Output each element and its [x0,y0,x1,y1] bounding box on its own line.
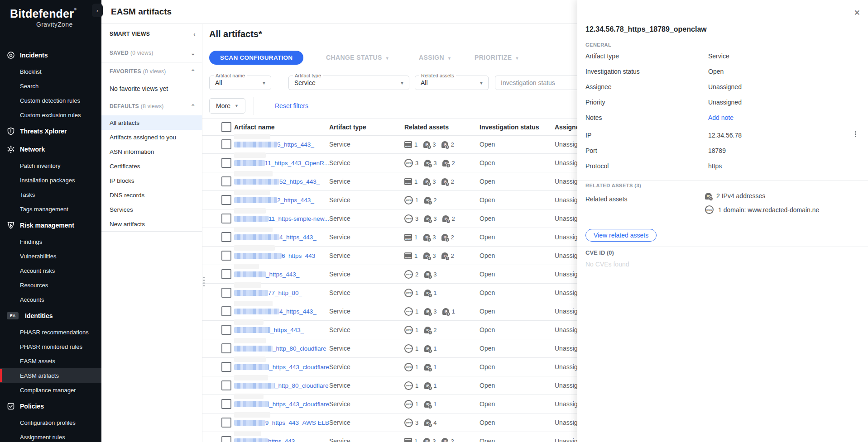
assign-button[interactable]: ASSIGN▼ [419,54,451,61]
row-checkbox[interactable] [221,436,231,442]
sidebar-item-threats-xplorer[interactable]: Threats Xplorer [0,122,101,140]
artifact-name-link[interactable]: 4_https_443_ [279,234,317,241]
change-status-button[interactable]: CHANGE STATUS▼ [326,54,389,61]
prioritize-button[interactable]: PRIORITIZE▼ [475,54,519,61]
row-checkbox[interactable] [221,343,231,353]
sidebar-item-custom-detection-rules[interactable]: Custom detection rules [0,93,101,108]
related-assets-cell: www1IP41 [404,381,480,390]
sidebar-item-configuration-profiles[interactable]: Configuration profiles [0,415,101,430]
favorites-group-header[interactable]: FAVORITES (0 views) ⌃ [101,62,202,81]
sidebar-item-phasr-recommendations[interactable]: PHASR recommendations [0,325,101,339]
artifact-name-link[interactable]: _http_80_cloudflare [273,345,326,352]
sidebar-item-resources[interactable]: Resources [0,278,101,292]
saved-group-header[interactable]: SAVED (0 views) ⌄ [101,44,202,62]
sidebar-item-tasks[interactable]: Tasks [0,187,101,202]
row-checkbox[interactable] [221,158,231,168]
smart-view-certificates[interactable]: Certificates [101,159,202,173]
sidebar-item-compliance-manager[interactable]: Compliance manager [0,383,101,397]
sidebar-item-blocklist[interactable]: Blocklist [0,64,101,79]
sidebar-item-patch-inventory[interactable]: Patch inventory [0,158,101,173]
defaults-group-header[interactable]: DEFAULTS (8 views) ⌃ [101,97,202,115]
artifact-name-link[interactable]: _http_80_cloudflare [275,382,329,389]
col-artifact-type[interactable]: Artifact type [329,124,404,131]
row-checkbox[interactable] [221,195,231,205]
row-checkbox[interactable] [221,214,231,223]
row-checkbox[interactable] [221,418,231,428]
sidebar-item-search[interactable]: Search [0,79,101,93]
sidebar-item-risk-management[interactable]: Risk management [0,216,101,234]
filter-related-assets[interactable]: Related assets All ▼ [415,76,489,90]
smart-views-resize-handle[interactable] [203,277,205,286]
smart-view-asn-information[interactable]: ASN information [101,144,202,159]
col-investigation-status[interactable]: Investigation status [480,124,555,131]
artifact-name-link[interactable]: _https_443_cloudflare [269,401,329,408]
artifact-name-link[interactable]: _https_443_cloudflare [269,364,329,371]
sidebar-item-easm-artifacts[interactable]: EASM artifacts [0,368,101,383]
scan-configuration-button[interactable]: SCAN CONFIGURATION [209,51,303,65]
select-all-checkbox[interactable] [221,122,231,132]
chevron-up-icon[interactable]: ⌃ [191,68,196,75]
artifact-name-link[interactable]: _https_443_ [270,327,304,333]
filter-artifact-name[interactable]: Artifact name All ▼ [209,76,271,90]
redacted-artifact-name [234,234,279,240]
sidebar-item-tags-management[interactable]: Tags management [0,202,101,216]
reset-filters-link[interactable]: Reset filters [275,102,308,109]
sidebar-item-accounts[interactable]: Accounts [0,292,101,307]
artifact-type-cell: Service [329,363,404,371]
smart-view-dns-records[interactable]: DNS records [101,188,202,202]
row-checkbox[interactable] [221,362,231,372]
chevron-down-icon[interactable]: ⌄ [191,50,196,57]
artifact-name-link[interactable]: 9_https_443_AWS ELB [265,419,329,426]
smart-view-artifacts-assigned-to-you[interactable]: Artifacts assigned to you [101,130,202,144]
smart-view-new-artifacts[interactable]: New artifacts [101,217,202,231]
sidebar-item-network[interactable]: Network [0,140,101,158]
row-checkbox[interactable] [221,325,231,335]
row-checkbox[interactable] [221,288,231,298]
sidebar-item-phasr-monitored-rules[interactable]: PHASR monitored rules [0,339,101,354]
artifact-name-link[interactable]: 4_https_443_ [279,308,317,315]
more-filters-button[interactable]: More▼ [209,98,245,114]
incidents-icon [7,51,15,59]
smart-views-collapse-icon[interactable]: ‹ [193,31,196,38]
row-checkbox[interactable] [221,176,231,186]
row-checkbox[interactable] [221,306,231,316]
sidebar-item-vulnerabilities[interactable]: Vulnerabilities [0,249,101,263]
sidebar-item-findings[interactable]: Findings [0,234,101,249]
row-checkbox[interactable] [221,232,231,242]
sidebar-item-custom-exclusion-rules[interactable]: Custom exclusion rules [0,108,101,122]
artifact-name-link[interactable]: https_443_ [268,438,298,442]
col-related-assets[interactable]: Related assets [404,124,480,131]
sidebar-item-policies[interactable]: Policies [0,397,101,415]
sidebar-item-incidents[interactable]: Incidents [0,46,101,64]
artifact-name-link[interactable]: _https_443_ [266,271,299,278]
artifact-name-link[interactable]: 11_https_443_OpenR... [265,160,329,166]
row-checkbox[interactable] [221,251,231,261]
close-icon[interactable]: ✕ [854,8,860,18]
smart-view-all-artifacts[interactable]: All artifacts [101,115,202,130]
sidebar-item-label: Compliance manager [20,387,76,394]
artifact-name-link[interactable]: 11_https-simple-new... [269,215,329,222]
filter-artifact-type[interactable]: Artifact type Service ▼ [288,76,409,90]
row-checkbox[interactable] [221,269,231,279]
artifact-name-link[interactable]: 6_https_443_ [282,252,319,259]
sidebar-item-installation-packages[interactable]: Installation packages [0,173,101,187]
artifact-name-link[interactable]: 5_https_443_ [277,141,314,148]
smart-view-services[interactable]: Services [101,202,202,217]
sidebar-collapse-button[interactable]: ‹ [92,4,103,17]
row-checkbox[interactable] [221,380,231,390]
add-note-link[interactable]: Add note [708,114,734,121]
chevron-up-icon[interactable]: ⌃ [191,103,196,110]
artifact-name-link[interactable]: 52_https_443_ [279,178,320,185]
artifact-name-link[interactable]: 77_http_80_ [268,290,302,296]
view-related-assets-button[interactable]: View related assets [585,229,657,242]
row-checkbox[interactable] [221,139,231,149]
col-artifact-name[interactable]: Artifact name [234,124,329,131]
sidebar-item-assignment-rules[interactable]: Assignment rules [0,430,101,442]
smart-view-ip-blocks[interactable]: IP blocks [101,173,202,188]
sidebar-item-account-risks[interactable]: Account risks [0,263,101,278]
sidebar-item-easm-assets[interactable]: EASM assets [0,354,101,368]
kebab-menu-icon[interactable] [855,131,856,137]
artifact-name-link[interactable]: 2_https_443_ [277,197,314,204]
sidebar-item-identities[interactable]: EAIdentities [0,307,101,325]
row-checkbox[interactable] [221,399,231,409]
